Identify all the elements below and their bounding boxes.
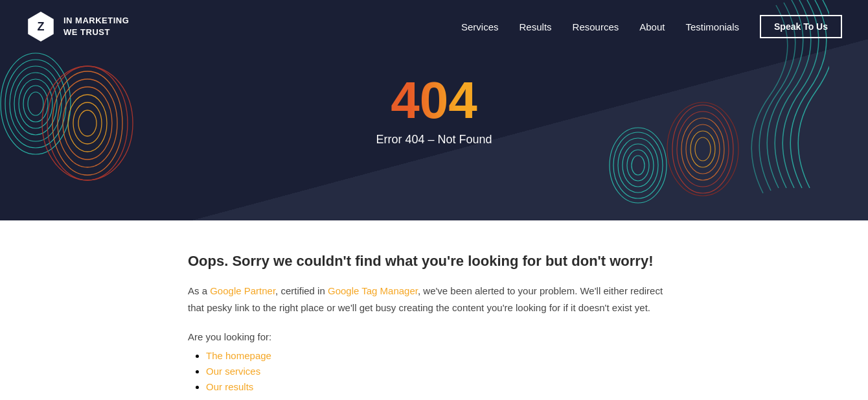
site-header: Z IN MARKETING WE TRUST Services Results…: [0, 0, 868, 53]
body-prefix: As a: [188, 285, 210, 296]
svg-point-24: [686, 124, 720, 174]
list-item: Our results: [206, 381, 680, 393]
orange-blob-left: [36, 65, 139, 182]
svg-point-10: [68, 95, 107, 152]
svg-point-17: [627, 150, 649, 181]
logo[interactable]: Z IN MARKETING WE TRUST: [26, 12, 129, 41]
list-item: The homepage: [206, 350, 680, 362]
hero-content: 404 Error 404 – Not Found: [376, 75, 492, 147]
orange-blob-right: [664, 100, 742, 198]
svg-point-25: [681, 118, 724, 180]
svg-point-28: [667, 102, 738, 196]
homepage-link[interactable]: The homepage: [206, 350, 271, 361]
svg-point-11: [63, 87, 112, 159]
svg-point-20: [613, 132, 663, 198]
nav-results[interactable]: Results: [520, 21, 552, 32]
svg-point-26: [677, 112, 729, 187]
content-section: Oops. Sorry we couldn't find what you're…: [168, 220, 700, 400]
svg-point-22: [695, 137, 711, 161]
svg-point-14: [47, 66, 128, 180]
oops-heading: Oops. Sorry we couldn't find what you're…: [188, 253, 680, 270]
are-you-looking-text: Are you looking for:: [188, 331, 680, 342]
google-tag-manager-link[interactable]: Google Tag Manager: [328, 285, 418, 296]
teal-blob-right-small: [609, 126, 667, 204]
body-paragraph: As a Google Partner, certified in Google…: [188, 283, 680, 316]
logo-hex-icon: Z: [26, 12, 56, 41]
svg-point-19: [618, 138, 658, 193]
main-nav: Services Results Resources About Testimo…: [461, 15, 842, 38]
google-partner-link[interactable]: Google Partner: [210, 285, 275, 296]
speak-to-us-button[interactable]: Speak To Us: [760, 15, 842, 38]
list-item: Our services: [206, 366, 680, 377]
logo-text: IN MARKETING WE TRUST: [63, 15, 129, 38]
svg-point-16: [632, 156, 645, 175]
nav-about[interactable]: About: [639, 21, 665, 32]
nav-services[interactable]: Services: [461, 21, 499, 32]
svg-point-8: [78, 110, 97, 136]
svg-point-23: [691, 131, 715, 167]
error-code: 404: [376, 75, 492, 126]
nav-testimonials[interactable]: Testimonials: [685, 21, 739, 32]
svg-point-9: [73, 102, 102, 144]
svg-point-12: [58, 79, 117, 167]
body-middle: , certified in: [275, 285, 328, 296]
error-subtitle: Error 404 – Not Found: [376, 133, 492, 147]
suggestion-links-list: The homepage Our services Our results: [188, 350, 680, 393]
our-services-link[interactable]: Our services: [206, 366, 260, 377]
nav-resources[interactable]: Resources: [573, 21, 619, 32]
svg-point-15: [42, 66, 133, 180]
our-results-link[interactable]: Our results: [206, 381, 253, 392]
